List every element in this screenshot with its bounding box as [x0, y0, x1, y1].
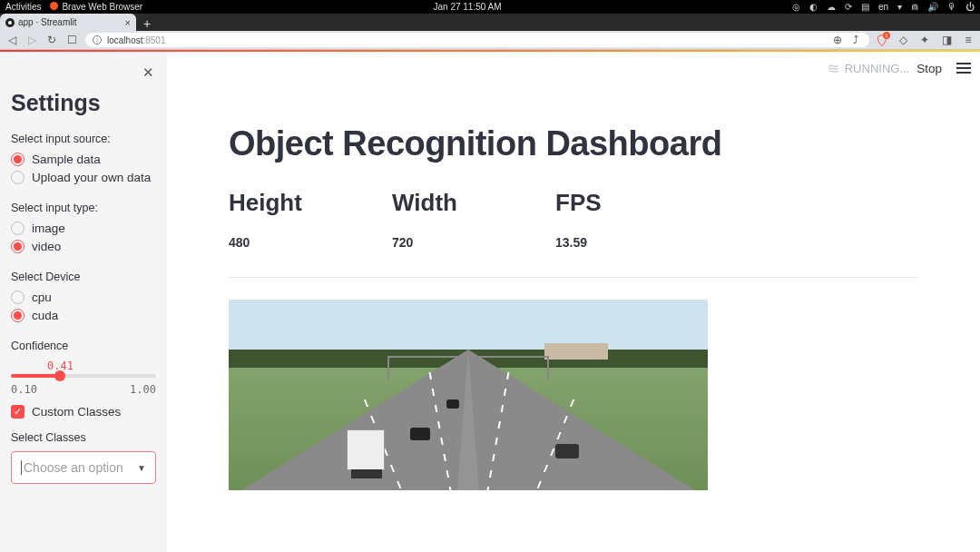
tray-icon[interactable]: ☁	[827, 2, 836, 12]
share-icon[interactable]: ⤴	[849, 34, 862, 46]
radio-icon	[11, 309, 24, 322]
slider-track[interactable]	[11, 374, 156, 378]
site-info-icon[interactable]: i	[93, 35, 102, 44]
detected-car	[555, 444, 579, 458]
bookmark-button[interactable]: ☐	[65, 34, 78, 46]
back-button[interactable]: ◁	[5, 34, 18, 46]
chevron-down-icon: ▼	[137, 463, 146, 473]
volume-icon[interactable]: 🔊	[927, 2, 938, 12]
metric-width: Width 720	[392, 189, 555, 250]
streamlit-favicon	[5, 18, 15, 27]
url-host: localhost:8501	[107, 35, 166, 45]
keyboard-lang[interactable]: en	[878, 2, 888, 12]
metric-fps: FPS 13.59	[555, 189, 719, 250]
video-frame	[229, 300, 708, 490]
app-header: ≋ RUNNING... Stop	[818, 52, 980, 84]
metrics-row: Height 480 Width 720 FPS 13.59	[229, 189, 918, 278]
slider-value: 0.41	[47, 360, 156, 372]
forward-button[interactable]: ▷	[25, 34, 38, 46]
zoom-icon[interactable]: ⊕	[831, 34, 844, 46]
brave-shields-icon[interactable]: 1	[877, 34, 887, 46]
running-status: ≋ RUNNING...	[828, 60, 910, 77]
radio-video[interactable]: video	[11, 240, 156, 253]
browser-menu-icon[interactable]: ≡	[962, 34, 975, 46]
active-app[interactable]: Brave Web Browser	[50, 2, 142, 12]
running-icon: ≋	[828, 60, 839, 77]
metric-height: Height 480	[229, 189, 392, 250]
slider-max: 1.00	[130, 383, 156, 396]
mic-icon[interactable]: 🎙	[947, 2, 956, 12]
confidence-label: Confidence	[11, 340, 156, 352]
device-label: Select Device	[11, 271, 156, 283]
radio-icon	[11, 153, 24, 166]
detected-truck	[347, 429, 385, 470]
checkbox-icon: ✓	[11, 405, 24, 419]
radio-sample-data[interactable]: Sample data	[11, 153, 156, 166]
radio-upload-data[interactable]: Upload your own data	[11, 171, 156, 184]
tray-icon[interactable]: ▤	[861, 2, 869, 12]
rewards-icon[interactable]: ◇	[897, 34, 909, 46]
custom-classes-checkbox[interactable]: ✓ Custom Classes	[11, 405, 156, 419]
sidebar: ✕ Settings Select input source: Sample d…	[0, 52, 167, 552]
source-label: Select input source:	[11, 133, 156, 145]
type-label: Select input type:	[11, 202, 156, 214]
sidebar-close-button[interactable]: ✕	[11, 64, 154, 81]
detected-car	[446, 399, 459, 409]
radio-icon	[11, 240, 24, 253]
close-tab-icon[interactable]: ×	[125, 17, 131, 28]
browser-tab-strip: app · Streamlit × +	[0, 14, 980, 31]
classes-label: Select Classes	[11, 431, 156, 444]
sidebar-icon[interactable]: ◨	[940, 34, 953, 46]
slider-thumb[interactable]	[54, 370, 65, 381]
radio-icon	[11, 222, 24, 235]
browser-tab[interactable]: app · Streamlit ×	[0, 14, 136, 31]
reload-button[interactable]: ↻	[45, 34, 58, 46]
system-top-bar: Activities Brave Web Browser Jan 27 11:5…	[0, 0, 980, 14]
radio-image[interactable]: image	[11, 222, 156, 235]
activities-button[interactable]: Activities	[5, 2, 41, 12]
new-tab-button[interactable]: +	[136, 16, 158, 31]
radio-icon	[11, 171, 24, 184]
tray-icon[interactable]: ⟳	[845, 2, 852, 12]
extensions-icon[interactable]: ✦	[918, 34, 931, 46]
app-body: ✕ Settings Select input source: Sample d…	[0, 52, 980, 552]
sidebar-title: Settings	[11, 90, 156, 116]
record-indicator-icon: ◎	[792, 2, 800, 12]
address-bar[interactable]: i localhost:8501 ⊕ ⤴	[85, 33, 869, 47]
tray-icon[interactable]: ◐	[809, 2, 818, 12]
slider-min: 0.10	[11, 383, 37, 396]
detected-car	[410, 428, 430, 440]
confidence-slider[interactable]: 0.41 0.10 1.00	[11, 360, 156, 396]
stop-button[interactable]: Stop	[916, 62, 942, 75]
network-icon[interactable]: ▾	[897, 2, 902, 12]
classes-select[interactable]: Choose an option ▼	[11, 451, 156, 484]
radio-icon	[11, 291, 24, 304]
power-icon[interactable]: ⏻	[965, 2, 975, 12]
radio-cuda[interactable]: cuda	[11, 309, 156, 322]
main-content: ≋ RUNNING... Stop Object Recognition Das…	[167, 52, 980, 552]
tab-title: app · Streamlit	[18, 17, 76, 27]
system-clock[interactable]: Jan 27 11:50 AM	[142, 2, 792, 12]
wifi-icon[interactable]: ⋒	[911, 2, 918, 12]
app-menu-icon[interactable]	[956, 63, 971, 74]
select-placeholder: Choose an option	[24, 460, 123, 475]
browser-toolbar: ◁ ▷ ↻ ☐ i localhost:8501 ⊕ ⤴ 1 ◇ ✦ ◨ ≡	[0, 31, 980, 50]
radio-cpu[interactable]: cpu	[11, 291, 156, 304]
page-title: Object Recognition Dashboard	[229, 124, 918, 163]
